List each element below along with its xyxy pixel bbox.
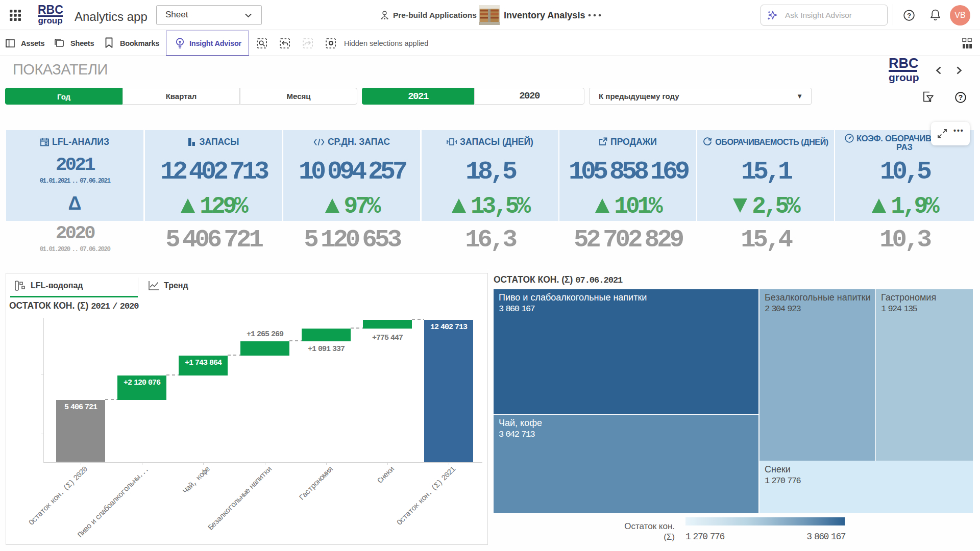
- svg-text:?: ?: [959, 93, 963, 102]
- svg-text:?: ?: [907, 12, 911, 19]
